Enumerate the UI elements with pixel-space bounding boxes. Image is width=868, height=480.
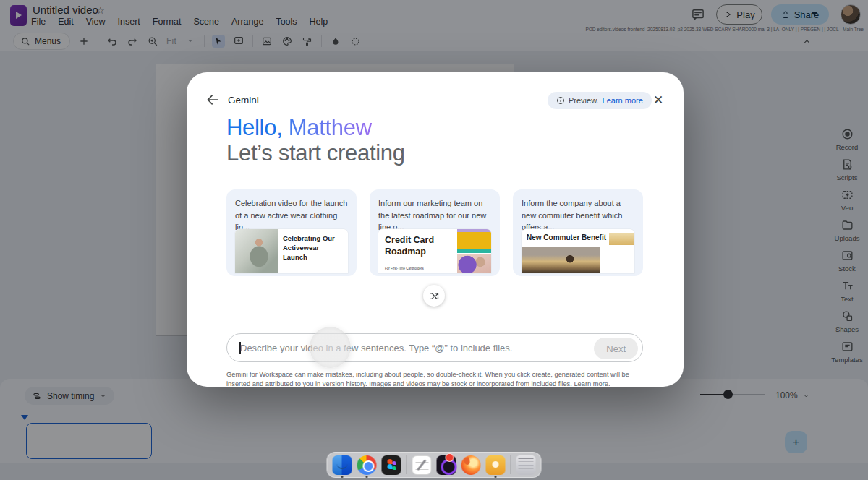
figma-icon[interactable] [382,455,401,475]
dock-separator [511,455,511,474]
shoppers-photo [457,254,491,273]
macos-dock [327,452,542,478]
suggestion-card-credit-card[interactable]: Inform our marketing team on the latest … [370,189,500,276]
prompt-input-wrap: Next [226,333,643,362]
close-icon[interactable]: ✕ [650,92,666,108]
disclaimer-learn-more-link[interactable]: Learn more. [574,380,610,387]
next-button[interactable]: Next [594,338,638,359]
loom-icon[interactable] [437,455,456,475]
info-icon [556,96,565,105]
firefox-icon[interactable] [461,455,481,475]
greeting-headline: Hello, Matthew [226,116,372,140]
beige-swatch [609,233,634,245]
card-tap-photo [457,229,491,253]
dialog-title: Gemini [228,95,259,106]
suggestion-card-commuter[interactable]: Inform the company about a new commuter … [513,189,643,276]
notes-icon[interactable] [412,455,432,475]
preview-badge[interactable]: Preview. Learn more [548,92,652,109]
card-preview: New Commuter Benefit [522,229,634,273]
prompt-input[interactable] [240,335,558,361]
shuffle-icon [429,291,440,301]
cursor-click-halo [310,327,351,368]
shuffle-suggestions-button[interactable] [423,285,445,307]
files-icon[interactable] [486,455,506,475]
greeting-subtitle: Let’s start creating [226,141,405,166]
trash-icon[interactable] [516,455,536,475]
prompt-suggestion-cards: Celebration video for the launch of a ne… [226,189,643,276]
card-preview: Credit Card Roadmap For First-Time Cardh… [378,229,491,273]
cyclist-photo [522,247,600,273]
finder-icon[interactable] [333,455,352,475]
card-preview: Celebrating Our Activewear Launch [235,229,348,273]
chrome-icon[interactable] [357,455,377,475]
gemini-dialog: Gemini Preview. Learn more ✕ Hello, Matt… [187,72,684,387]
preview-learn-more-link[interactable]: Learn more [603,96,643,105]
gemini-disclaimer: Gemini for Workspace can make mistakes, … [226,370,636,390]
back-arrow-icon[interactable] [205,93,220,107]
activewear-photo [235,229,278,273]
suggestion-card-activewear[interactable]: Celebration video for the launch of a ne… [226,189,357,276]
dock-separator [407,455,407,474]
